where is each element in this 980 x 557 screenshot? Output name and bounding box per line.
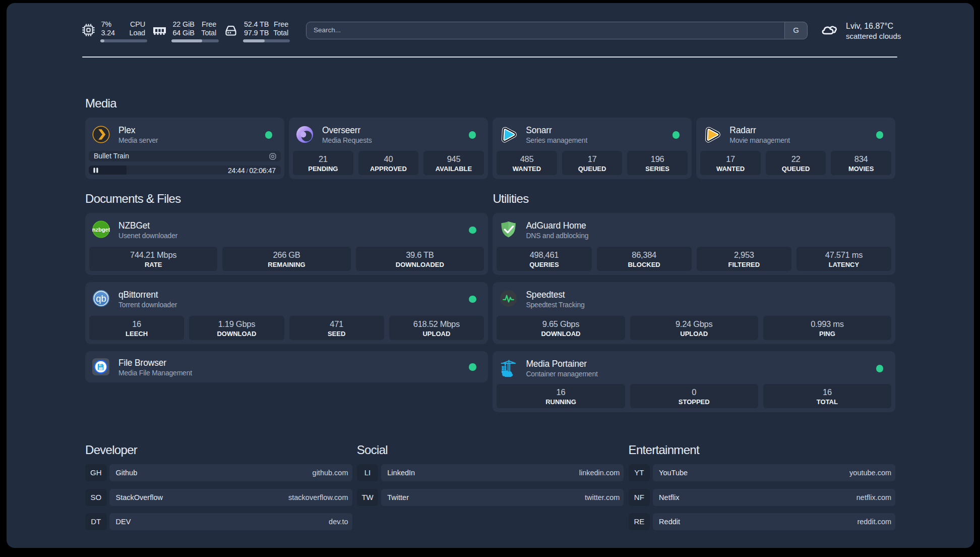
svg-text:nzbget: nzbget <box>92 227 110 233</box>
svg-text:qb: qb <box>96 293 106 304</box>
